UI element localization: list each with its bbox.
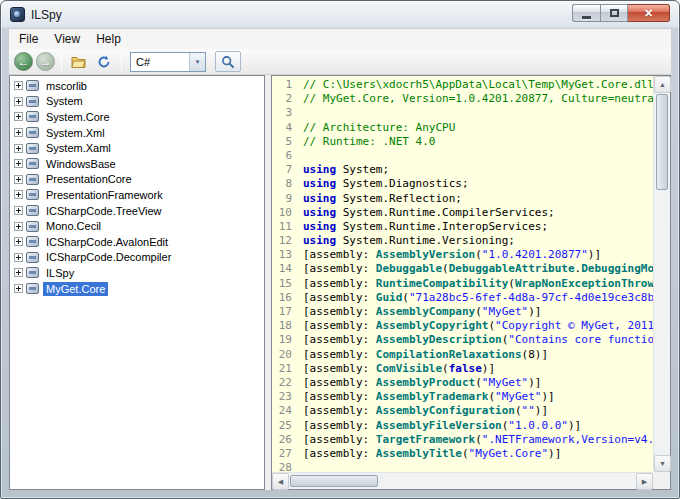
tree-item-presentationframework[interactable]: PresentationFramework [10,187,264,203]
open-file-button[interactable] [68,52,90,72]
line-number: 11 [272,220,292,234]
expand-plus-icon[interactable] [14,144,23,153]
vertical-scroll-thumb[interactable] [656,94,668,190]
code-line: using System.Runtime.InteropServices; [303,220,653,234]
expand-plus-icon[interactable] [14,112,23,121]
search-button[interactable] [215,51,241,72]
menu-file[interactable]: File [11,30,46,48]
line-number: 21 [272,362,292,376]
tree-item-presentationcore[interactable]: PresentationCore [10,172,264,188]
expand-plus-icon[interactable] [14,237,23,246]
title-bar[interactable]: ILSpy × [1,1,679,29]
line-number: 9 [272,192,292,206]
tree-item-label: PresentationCore [43,172,135,186]
right-arrow-icon: ▶ [642,478,647,486]
down-arrow-icon: ▼ [659,460,666,467]
code-view[interactable]: 1234567891011121314151617181920212223242… [272,76,653,472]
code-line: using System.Runtime.Versioning; [303,234,653,248]
tree-item-mscorlib[interactable]: mscorlib [10,78,264,94]
assembly-icon [26,267,39,278]
minimize-button[interactable] [572,4,600,22]
code-line: [assembly: RuntimeCompatibility(WrapNonE… [303,277,653,291]
menu-view[interactable]: View [46,30,88,48]
tree-item-icsharpcode-treeview[interactable]: ICSharpCode.TreeView [10,203,264,219]
code-line: [assembly: Debuggable(DebuggableAttribut… [303,262,653,276]
code-line: [assembly: TargetFramework(".NETFramewor… [303,433,653,447]
line-number: 5 [272,135,292,149]
maximize-button[interactable] [600,4,628,22]
tree-item-system-xaml[interactable]: System.Xaml [10,140,264,156]
expand-plus-icon[interactable] [14,222,23,231]
line-number: 3 [272,106,292,120]
expand-plus-icon[interactable] [14,128,23,137]
tree-item-label: ICSharpCode.AvalonEdit [43,235,171,249]
line-number: 8 [272,177,292,191]
scroll-right-button[interactable]: ▶ [636,473,653,490]
code-line: [assembly: AssemblyTitle("MyGet.Core")] [303,447,653,461]
toolbar-separator [61,54,62,70]
scroll-up-button[interactable]: ▲ [654,76,671,93]
tree-item-myget-core[interactable]: MyGet.Core [10,281,264,297]
vertical-scrollbar[interactable]: ▲ ▼ [653,76,670,472]
line-number: 10 [272,206,292,220]
expand-plus-icon[interactable] [14,175,23,184]
expand-plus-icon[interactable] [14,284,23,293]
code-line: [assembly: AssemblyDescription("Contains… [303,333,653,347]
code-line: [assembly: AssemblyCompany("MyGet")] [303,305,653,319]
expand-plus-icon[interactable] [14,97,23,106]
tree-item-ilspy[interactable]: ILSpy [10,265,264,281]
close-button[interactable]: × [628,4,670,22]
code-line: // Architecture: AnyCPU [303,121,653,135]
assembly-icon [26,127,39,138]
tree-item-label: ICSharpCode.TreeView [43,204,165,218]
toolbar-separator [121,54,122,70]
code-line: using System.Runtime.CompilerServices; [303,206,653,220]
code-line: [assembly: ComVisible(false)] [303,362,653,376]
tree-item-label: System.Xaml [43,141,114,155]
code-line: // C:\Users\xdocrh5\AppData\Local\Temp\M… [303,78,653,92]
tree-item-icsharpcode-avalonedit[interactable]: ICSharpCode.AvalonEdit [10,234,264,250]
expand-plus-icon[interactable] [14,190,23,199]
line-number: 20 [272,348,292,362]
close-icon: × [644,6,652,20]
expand-plus-icon[interactable] [14,253,23,262]
line-number: 14 [272,262,292,276]
horizontal-scroll-thumb[interactable] [290,475,378,487]
code-line: using System.Reflection; [303,192,653,206]
open-folder-icon [71,55,87,68]
line-number: 7 [272,163,292,177]
code-line: [assembly: AssemblyVersion("1.0.4201.208… [303,248,653,262]
code-line: // MyGet.Core, Version=1.0.4201.20877, C… [303,92,653,106]
forward-button[interactable]: → [36,52,55,71]
reload-button[interactable] [93,52,115,72]
tree-item-system-core[interactable]: System.Core [10,109,264,125]
scroll-down-button[interactable]: ▼ [654,455,671,472]
assembly-icon [26,205,39,216]
tree-item-system-xml[interactable]: System.Xml [10,125,264,141]
line-number: 15 [272,277,292,291]
forward-arrow-icon: → [40,56,52,68]
scroll-left-button[interactable]: ◀ [272,473,289,490]
expand-plus-icon[interactable] [14,159,23,168]
tree-item-label: Mono.Cecil [43,219,104,233]
toolbar: ← → C# ▼ [9,49,671,75]
expand-plus-icon[interactable] [14,206,23,215]
tree-item-windowsbase[interactable]: WindowsBase [10,156,264,172]
line-number: 25 [272,419,292,433]
tree-item-label: PresentationFramework [43,188,166,202]
language-select[interactable]: C# ▼ [130,52,206,72]
line-number: 17 [272,305,292,319]
tree-item-system[interactable]: System [10,94,264,110]
horizontal-scrollbar[interactable]: ◀ ▶ [272,472,653,489]
menu-help[interactable]: Help [88,30,129,48]
line-number: 19 [272,333,292,347]
back-arrow-icon: ← [18,56,30,68]
tree-item-mono-cecil[interactable]: Mono.Cecil [10,218,264,234]
tree-item-label: MyGet.Core [43,282,108,296]
back-button[interactable]: ← [14,52,33,71]
tree-item-icsharpcode-decompiler[interactable]: ICSharpCode.Decompiler [10,250,264,266]
expand-plus-icon[interactable] [14,268,23,277]
left-arrow-icon: ◀ [278,478,283,486]
line-number: 6 [272,149,292,163]
expand-plus-icon[interactable] [14,81,23,90]
